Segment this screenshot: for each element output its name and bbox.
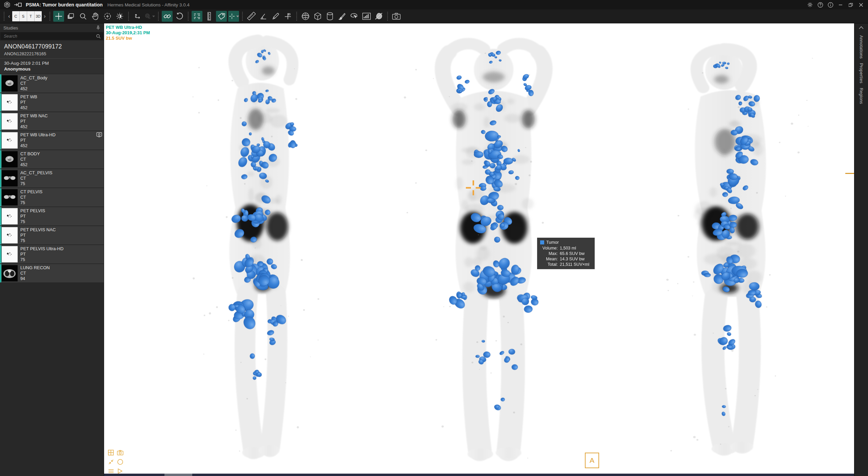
camera-capture-tool-button[interactable] bbox=[391, 11, 402, 22]
help-icon[interactable] bbox=[815, 1, 825, 9]
send-to-screen-icon[interactable] bbox=[14, 1, 22, 8]
minimize-button[interactable] bbox=[835, 1, 846, 9]
viewport-corner-tools bbox=[107, 449, 124, 475]
pan-tool-button[interactable] bbox=[90, 11, 101, 22]
rotate-tool-button[interactable] bbox=[102, 11, 113, 22]
series-accent-bar bbox=[0, 169, 1, 187]
histogram-tool-button[interactable] bbox=[361, 11, 372, 22]
tab-properties[interactable]: Properties bbox=[859, 63, 864, 83]
horizontal-scrollbar-thumb[interactable] bbox=[164, 474, 192, 476]
series-image-count: 75 bbox=[20, 181, 52, 186]
series-image-count: 452 bbox=[20, 105, 37, 111]
series-item[interactable]: PET WB Ultra-HD PT 452 bbox=[0, 131, 104, 150]
circle-roi-icon[interactable] bbox=[116, 458, 124, 466]
layout-preset-transverse[interactable]: T bbox=[27, 11, 35, 21]
series-thumbnail bbox=[2, 132, 18, 148]
layout-preset-group: C S T 3D bbox=[12, 11, 42, 21]
tooltip-total-label: Total: bbox=[540, 262, 558, 267]
horizontal-scrollbar[interactable] bbox=[104, 474, 854, 476]
ruler-tool-button[interactable] bbox=[204, 11, 215, 22]
cube-roi-tool-button[interactable] bbox=[312, 11, 323, 22]
stack-tool-button[interactable] bbox=[65, 11, 76, 22]
series-thumbnail bbox=[2, 227, 18, 243]
brush-tool-button[interactable] bbox=[337, 11, 348, 22]
overlay-window-value: 21.5 SUV bw bbox=[106, 36, 150, 41]
svg-text:50: 50 bbox=[148, 17, 150, 19]
series-item[interactable]: AC_CT_Body CT 452 bbox=[0, 74, 104, 93]
marker-dropdown-caret-icon[interactable] bbox=[236, 16, 239, 17]
tab-annotations[interactable]: Annotations bbox=[859, 35, 864, 59]
patient-name: Anonymous bbox=[4, 66, 100, 72]
series-modality: PT bbox=[20, 119, 48, 124]
series-item[interactable]: PET WB PT 452 bbox=[0, 93, 104, 112]
point-marker-tool-button[interactable] bbox=[282, 11, 293, 22]
series-item[interactable]: LUNG RECON CT 94 bbox=[0, 264, 104, 282]
series-image-count: 452 bbox=[20, 162, 40, 167]
study-entry[interactable]: 30-Aug-2019 2:01 PM Anonymous bbox=[0, 58, 104, 74]
layout-preset-sagittal[interactable]: S bbox=[20, 11, 27, 21]
pin-icon[interactable] bbox=[96, 25, 100, 30]
series-item[interactable]: PET PELVIS Ultra-HD PT 75 bbox=[0, 245, 104, 263]
text-annotations-tool-button[interactable] bbox=[192, 11, 202, 22]
series-name: PET WB Ultra-HD bbox=[20, 132, 56, 138]
series-accent-bar bbox=[0, 226, 1, 244]
info-icon[interactable] bbox=[825, 1, 835, 9]
lasso-tool-button[interactable] bbox=[349, 11, 360, 22]
toolbar-drag-handle[interactable] bbox=[4, 12, 4, 21]
series-accent-bar bbox=[0, 264, 1, 282]
series-item[interactable]: CT BODY CT 452 bbox=[0, 150, 104, 168]
link-views-tool-button[interactable] bbox=[162, 11, 173, 22]
series-image-count: 452 bbox=[20, 143, 56, 148]
series-item[interactable]: CT PELVIS CT 75 bbox=[0, 188, 104, 206]
tag-tool-button[interactable] bbox=[216, 11, 227, 22]
zoom-tool-button[interactable] bbox=[78, 11, 88, 22]
series-accent-bar bbox=[0, 207, 1, 225]
cylinder-roi-tool-button[interactable] bbox=[324, 11, 335, 22]
resize-view-icon[interactable] bbox=[107, 458, 115, 466]
series-item[interactable]: PET PELVIS NAC PT 75 bbox=[0, 226, 104, 244]
crosshair-tool-button[interactable] bbox=[53, 11, 64, 22]
layout-preset-coronal[interactable]: C bbox=[12, 11, 20, 21]
series-item[interactable]: AC_CT_PELVIS CT 75 bbox=[0, 169, 104, 187]
reset-tool-button[interactable] bbox=[174, 11, 185, 22]
tumor-color-swatch bbox=[540, 240, 544, 244]
snapshot-icon[interactable] bbox=[116, 449, 124, 457]
threshold-blob-tool-button[interactable] bbox=[373, 11, 384, 22]
tab-regions[interactable]: Regions bbox=[859, 88, 864, 104]
series-image-count: 75 bbox=[20, 257, 63, 262]
measure-angle-tool-button[interactable] bbox=[258, 11, 269, 22]
draw-tool-button[interactable] bbox=[270, 11, 281, 22]
scale-50-tool-button[interactable]: 50 bbox=[144, 11, 155, 22]
move-views-tool-button[interactable] bbox=[132, 11, 143, 22]
series-thumbnail bbox=[2, 75, 18, 92]
series-image-count: 75 bbox=[20, 238, 56, 243]
patient-entry[interactable]: ANON046177099172 ANON128222176165 bbox=[0, 41, 104, 58]
series-name: PET WB bbox=[20, 94, 37, 100]
measure-length-tool-button[interactable] bbox=[246, 11, 257, 22]
crosshair-marker-tool-button[interactable] bbox=[228, 11, 239, 22]
close-button[interactable] bbox=[856, 1, 866, 9]
series-item[interactable]: PET PELVIS PT 75 bbox=[0, 207, 104, 225]
restore-button[interactable] bbox=[846, 1, 856, 9]
scale-dropdown-caret-icon[interactable] bbox=[152, 16, 155, 17]
window-level-tool-button[interactable] bbox=[114, 11, 125, 22]
tooltip-title: Tumor bbox=[546, 240, 559, 245]
layout-prev-chevron-icon[interactable]: ‹ bbox=[7, 13, 12, 19]
layout-next-chevron-icon[interactable]: › bbox=[42, 13, 47, 19]
layout-preset-3d[interactable]: 3D bbox=[35, 11, 42, 21]
series-thumbnail bbox=[2, 265, 18, 281]
series-modality: PT bbox=[20, 100, 37, 105]
search-input[interactable] bbox=[3, 34, 96, 39]
series-item[interactable]: PET WB NAC PT 452 bbox=[0, 112, 104, 131]
series-modality: PT bbox=[20, 138, 56, 143]
series-list: AC_CT_Body CT 452 PET WB PT 452 PET WB N… bbox=[0, 74, 104, 476]
collapse-panel-chevron-icon[interactable] bbox=[854, 24, 868, 31]
grid-layout-icon[interactable] bbox=[107, 449, 115, 457]
app-logo-icon bbox=[3, 1, 11, 8]
settings-gear-icon[interactable] bbox=[805, 1, 815, 9]
crosshair-cursor[interactable] bbox=[464, 179, 482, 197]
title-bar: PSMA: Tumor burden quantitation Hermes M… bbox=[0, 0, 868, 9]
mip-viewport[interactable]: PET WB Ultra-HD 30-Aug-2019,2:31 PM 21.5… bbox=[104, 23, 854, 476]
sphere-roi-tool-button[interactable] bbox=[300, 11, 311, 22]
displayed-indicator-icon bbox=[96, 132, 102, 139]
